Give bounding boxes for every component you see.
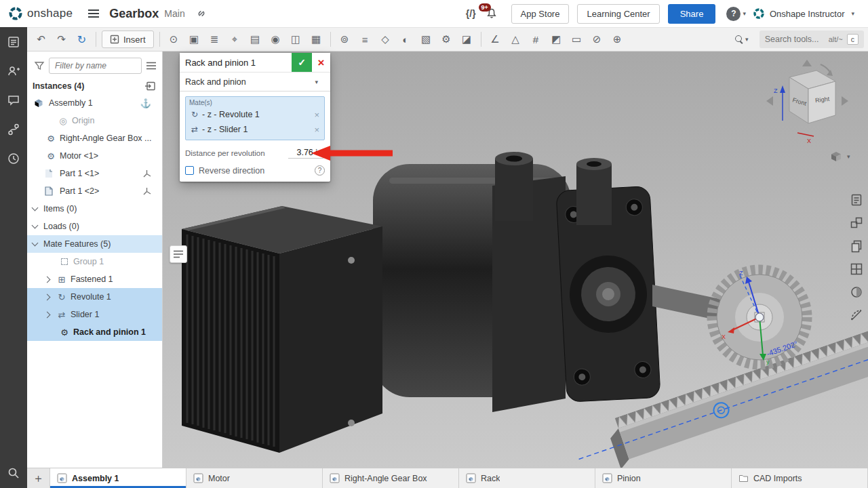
mate-type-dropdown[interactable]: Rack and pinion ▾: [180, 73, 330, 92]
bom-panel-icon[interactable]: [848, 191, 865, 209]
tab-rack[interactable]: Rack: [459, 468, 595, 488]
accept-button[interactable]: ✓: [292, 53, 312, 72]
tree-row-slider-1[interactable]: ⇄ Slider 1: [27, 306, 162, 323]
search-tools-input[interactable]: [765, 35, 825, 44]
appearance-panel-icon[interactable]: [848, 283, 865, 301]
cancel-button[interactable]: ×: [312, 53, 330, 72]
mate-row-revolute[interactable]: ↻ - z - Revolute 1 ×: [189, 107, 321, 122]
drawing-button[interactable]: ▭: [567, 30, 587, 49]
tab-right-angle-gear-box[interactable]: Right-Angle Gear Box: [323, 468, 459, 488]
insert-button[interactable]: Insert: [102, 30, 154, 48]
tree-row-origin[interactable]: ◎ Origin: [27, 112, 162, 129]
tab-motor[interactable]: Motor: [186, 468, 323, 488]
redo-button[interactable]: ↷: [52, 30, 71, 49]
explode-button[interactable]: ⊚: [335, 30, 355, 49]
undo-button[interactable]: ↶: [31, 30, 51, 49]
section-mate-features[interactable]: Mate Features (5): [27, 235, 162, 253]
features-flyout-button[interactable]: [170, 245, 187, 263]
section-items[interactable]: Items (0): [27, 200, 162, 218]
account-menu[interactable]: Onshape Instructor ▾: [753, 7, 861, 20]
mass-properties-button[interactable]: △: [506, 30, 526, 49]
configurations-button[interactable]: ⚙: [437, 30, 456, 49]
main-menu-icon[interactable]: [87, 8, 100, 19]
remove-mate-icon[interactable]: ×: [313, 125, 321, 135]
tree-row-group-1[interactable]: Group 1: [27, 253, 162, 270]
chevron-right-icon[interactable]: [44, 293, 51, 300]
linear-pattern-button[interactable]: ▤: [245, 30, 265, 49]
tree-row-assembly-1[interactable]: Assembly 1 ⚓: [27, 94, 162, 112]
mate-name-input[interactable]: [180, 53, 292, 72]
dialog-help-icon[interactable]: ?: [315, 165, 325, 176]
share-button[interactable]: Share: [668, 4, 716, 24]
chevron-down-icon[interactable]: [32, 240, 39, 247]
tree-row-right-angle-gear-box[interactable]: ⚙ Right-Angle Gear Box ...: [27, 129, 162, 147]
versions-icon[interactable]: [5, 121, 22, 138]
share-link-icon[interactable]: [196, 8, 207, 19]
transform-button[interactable]: ⊕: [608, 30, 627, 49]
hole-button[interactable]: ⊘: [587, 30, 607, 49]
mate-row-slider[interactable]: ⇄ - z - Slider 1 ×: [189, 122, 321, 137]
search-tools-box[interactable]: alt/~ c: [760, 30, 864, 48]
tree-row-fastened-1[interactable]: ⊞ Fastened 1: [27, 270, 162, 288]
tab-pinion[interactable]: Pinion: [595, 468, 732, 488]
appearance-button[interactable]: ▧: [416, 30, 436, 49]
chevron-down-icon[interactable]: [32, 205, 39, 211]
filter-input[interactable]: [49, 58, 142, 74]
search-icon[interactable]: [5, 465, 22, 481]
mate-relations-button[interactable]: ≣: [205, 30, 224, 49]
replicate-button[interactable]: ▦: [307, 30, 326, 49]
tab-cad-imports[interactable]: CAD Imports: [732, 468, 868, 488]
featurescript-icon[interactable]: {/}: [466, 8, 476, 19]
learning-center-button[interactable]: Learning Center: [577, 4, 659, 24]
mates-selection-box[interactable]: Mate(s) ↻ - z - Revolute 1 × ⇄ - z - Sli…: [185, 96, 325, 140]
mirror-button[interactable]: ◫: [286, 30, 306, 49]
history-icon[interactable]: [5, 150, 22, 167]
comments-icon[interactable]: [5, 92, 22, 108]
exploded-views-icon[interactable]: [848, 214, 865, 232]
snap-mode-button[interactable]: ⌖: [225, 30, 245, 49]
named-positions-button[interactable]: ◇: [376, 30, 395, 49]
update-button[interactable]: ↻: [72, 30, 92, 49]
sheet-metal-button[interactable]: ◩: [547, 30, 566, 49]
help-button[interactable]: ?: [726, 7, 741, 21]
group-button[interactable]: ▣: [184, 30, 204, 49]
tree-row-rack-and-pinion-1[interactable]: ⚙ Rack and pinion 1: [27, 323, 162, 341]
tab-assembly-1[interactable]: Assembly 1: [50, 468, 186, 488]
document-panel-icon[interactable]: [5, 34, 22, 50]
search-tools-dropdown[interactable]: ▾: [735, 30, 755, 49]
view-mode-dropdown[interactable]: ▾: [830, 150, 857, 163]
motor-body[interactable]: [182, 206, 382, 453]
app-store-button[interactable]: App Store: [511, 4, 570, 24]
frames-button[interactable]: #: [526, 30, 546, 49]
copy-view-icon[interactable]: [848, 237, 865, 255]
add-tab-button[interactable]: ＋: [27, 468, 50, 488]
remove-mate-icon[interactable]: ×: [313, 110, 321, 120]
measure-panel-icon[interactable]: [848, 306, 865, 324]
section-view-button[interactable]: ◪: [457, 30, 477, 49]
chevron-down-icon[interactable]: [32, 222, 39, 229]
chevron-right-icon[interactable]: [44, 276, 51, 283]
onshape-logo-icon[interactable]: [8, 6, 23, 21]
display-states-button[interactable]: ◐: [396, 30, 416, 49]
tree-row-motor[interactable]: ⚙ Motor <1>: [27, 147, 162, 165]
transfer-in-icon[interactable]: [144, 81, 155, 91]
viewport-layout-icon[interactable]: [848, 260, 865, 278]
workspace-name[interactable]: Main: [164, 8, 184, 19]
tree-row-revolute-1[interactable]: ↻ Revolute 1: [27, 288, 162, 306]
notifications-button[interactable]: 9+: [486, 7, 498, 20]
section-loads[interactable]: Loads (0): [27, 218, 162, 235]
chevron-right-icon[interactable]: [44, 311, 51, 318]
help-caret-icon[interactable]: ▾: [743, 10, 746, 17]
circular-pattern-button[interactable]: ◉: [266, 30, 285, 49]
reverse-direction-checkbox[interactable]: [185, 166, 194, 175]
bom-button[interactable]: ≡: [355, 30, 375, 49]
document-title: Gearbox: [109, 7, 159, 21]
list-view-icon[interactable]: [146, 61, 157, 70]
mate-button[interactable]: ⊙: [164, 30, 184, 49]
distance-per-revolution-input[interactable]: [288, 147, 323, 159]
tree-row-part-1-1[interactable]: Part 1 <1>: [27, 165, 162, 182]
tree-row-part-1-2[interactable]: Part 1 <2>: [27, 182, 162, 200]
view-cube[interactable]: Front Right Z X: [765, 58, 850, 146]
follow-mode-icon[interactable]: [5, 63, 22, 79]
measure-button[interactable]: ∠: [486, 30, 505, 49]
